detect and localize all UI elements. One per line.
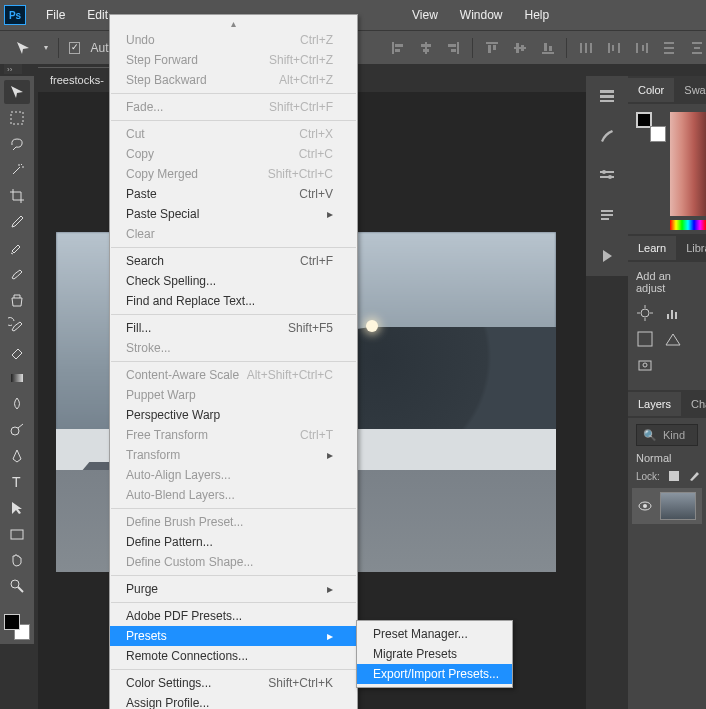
adjust-panel-icon[interactable]: [595, 166, 619, 186]
tab-color[interactable]: Color: [628, 78, 674, 102]
menu-item-find-and-replace-text[interactable]: Find and Replace Text...: [110, 291, 357, 311]
dodge-tool[interactable]: [4, 418, 30, 442]
tab-layers[interactable]: Layers: [628, 392, 681, 416]
gradient-tool[interactable]: [4, 366, 30, 390]
align-hcenter-icon[interactable]: [417, 39, 435, 57]
color-swatch-pair[interactable]: [636, 112, 660, 136]
eraser-tool[interactable]: [4, 340, 30, 364]
align-left-icon[interactable]: [389, 39, 407, 57]
menu-scroll-up-icon[interactable]: ▴: [110, 18, 357, 30]
distribute-h-icon[interactable]: [577, 39, 595, 57]
menu-item-search[interactable]: SearchCtrl+F: [110, 251, 357, 271]
blend-mode-select[interactable]: Normal: [636, 452, 698, 464]
menu-item-perspective-warp[interactable]: Perspective Warp: [110, 405, 357, 425]
menu-separator: [111, 120, 356, 121]
tab-channels[interactable]: Cha: [681, 392, 706, 416]
layer-row[interactable]: [632, 488, 702, 524]
svg-rect-27: [664, 42, 674, 44]
distribute-v2-icon[interactable]: [688, 39, 706, 57]
brush-panel-icon[interactable]: [595, 126, 619, 146]
distribute-h2-icon[interactable]: [605, 39, 623, 57]
svg-line-40: [18, 587, 23, 592]
lasso-tool[interactable]: [4, 132, 30, 156]
svg-rect-49: [601, 214, 613, 216]
toolbox-collapse-handle[interactable]: [4, 64, 22, 74]
menu-item-presets[interactable]: Presets▸: [110, 626, 357, 646]
healing-tool[interactable]: [4, 236, 30, 260]
color-field[interactable]: [670, 112, 706, 216]
menu-item-purge[interactable]: Purge▸: [110, 579, 357, 599]
hue-slider[interactable]: [670, 220, 706, 230]
brush-tool[interactable]: [4, 262, 30, 286]
submenu-item-migrate-presets[interactable]: Migrate Presets: [357, 644, 512, 664]
hand-tool[interactable]: [4, 548, 30, 572]
magic-wand-tool[interactable]: [4, 158, 30, 182]
lock-brush-icon[interactable]: [688, 470, 700, 482]
levels-icon[interactable]: [664, 304, 682, 322]
svg-rect-10: [488, 45, 491, 53]
tab-learn[interactable]: Learn: [628, 236, 676, 260]
menu-item-assign-profile[interactable]: Assign Profile...: [110, 693, 357, 709]
clone-tool[interactable]: [4, 288, 30, 312]
menu-item-paste[interactable]: PasteCtrl+V: [110, 184, 357, 204]
visibility-icon[interactable]: [638, 499, 652, 513]
align-vcenter-icon[interactable]: [511, 39, 529, 57]
svg-rect-56: [667, 314, 669, 319]
svg-rect-15: [542, 52, 554, 54]
crop-tool[interactable]: [4, 184, 30, 208]
menu-file[interactable]: File: [36, 2, 75, 28]
zoom-tool[interactable]: [4, 574, 30, 598]
photo-filter-icon[interactable]: [636, 356, 654, 374]
history-panel-icon[interactable]: [595, 86, 619, 106]
menu-item-check-spelling[interactable]: Check Spelling...: [110, 271, 357, 291]
menu-window[interactable]: Window: [450, 2, 513, 28]
align-bottom-icon[interactable]: [539, 39, 557, 57]
svg-rect-26: [646, 43, 648, 53]
svg-rect-1: [395, 44, 403, 47]
svg-point-51: [641, 309, 649, 317]
submenu-item-export-import-presets[interactable]: Export/Import Presets...: [357, 664, 512, 684]
menu-item-remote-connections[interactable]: Remote Connections...: [110, 646, 357, 666]
auto-checkbox[interactable]: [69, 42, 81, 54]
distribute-h3-icon[interactable]: [633, 39, 651, 57]
align-right-icon[interactable]: [445, 39, 463, 57]
menu-separator: [111, 575, 356, 576]
svg-rect-4: [421, 44, 431, 47]
menu-view[interactable]: View: [402, 2, 448, 28]
exposure-icon[interactable]: [664, 330, 682, 348]
move-tool[interactable]: [4, 80, 30, 104]
menu-item-define-pattern[interactable]: Define Pattern...: [110, 532, 357, 552]
path-select-tool[interactable]: [4, 496, 30, 520]
tab-swatches[interactable]: Swa: [674, 78, 706, 102]
lock-pixels-icon[interactable]: [668, 470, 680, 482]
menu-item-adobe-pdf-presets[interactable]: Adobe PDF Presets...: [110, 606, 357, 626]
align-top-icon[interactable]: [483, 39, 501, 57]
svg-rect-12: [514, 47, 526, 49]
play-panel-icon[interactable]: [595, 246, 619, 266]
submenu-item-preset-manager[interactable]: Preset Manager...: [357, 624, 512, 644]
menu-item-paste-special[interactable]: Paste Special▸: [110, 204, 357, 224]
tab-libraries[interactable]: Libra: [676, 236, 706, 260]
blur-tool[interactable]: [4, 392, 30, 416]
layer-filter[interactable]: 🔍 Kind: [636, 424, 698, 446]
menu-item-color-settings[interactable]: Color Settings...Shift+Ctrl+K: [110, 673, 357, 693]
menu-help[interactable]: Help: [515, 2, 560, 28]
distribute-v-icon[interactable]: [661, 39, 679, 57]
marquee-tool[interactable]: [4, 106, 30, 130]
paragraph-panel-icon[interactable]: [595, 206, 619, 226]
menu-separator: [111, 361, 356, 362]
svg-rect-2: [395, 49, 400, 52]
pen-tool[interactable]: [4, 444, 30, 468]
brightness-icon[interactable]: [636, 304, 654, 322]
menu-item-undo: UndoCtrl+Z: [110, 30, 357, 50]
eyedropper-tool[interactable]: [4, 210, 30, 234]
type-tool[interactable]: T: [4, 470, 30, 494]
history-brush-tool[interactable]: [4, 314, 30, 338]
color-panel-tabs: Color Swa: [628, 76, 706, 104]
dropdown-icon[interactable]: ▾: [44, 43, 48, 52]
rectangle-tool[interactable]: [4, 522, 30, 546]
menu-item-fill[interactable]: Fill...Shift+F5: [110, 318, 357, 338]
fg-bg-swatch[interactable]: [4, 614, 30, 640]
layers-panel: 🔍 Kind Normal Lock:: [628, 418, 706, 526]
curves-icon[interactable]: [636, 330, 654, 348]
